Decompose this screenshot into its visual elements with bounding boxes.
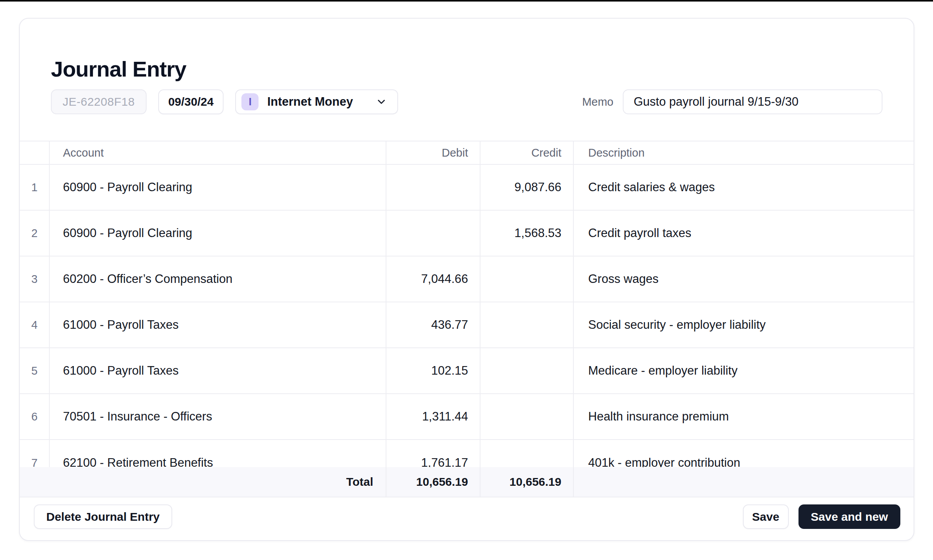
description-cell[interactable]: Gross wages — [574, 256, 914, 302]
description-cell[interactable]: Credit salaries & wages — [574, 165, 914, 210]
account-cell[interactable]: 60900 - Payroll Clearing — [50, 165, 386, 210]
total-credit: 10,656.19 — [480, 467, 574, 497]
table-row: 6 70501 - Insurance - Officers 1,311.44 … — [20, 394, 914, 440]
header-row-number — [20, 141, 50, 164]
entity-name: Internet Money — [267, 95, 353, 109]
description-cell[interactable]: Health insurance premium — [574, 394, 914, 439]
header-description: Description — [574, 141, 914, 164]
journal-entry-card: Journal Entry JE-62208F18 09/30/24 I Int… — [19, 18, 914, 541]
table-header-row: Account Debit Credit Description — [20, 141, 914, 165]
table-row: 7 62100 - Retirement Benefits 1,761.17 4… — [20, 440, 914, 467]
table-row: 3 60200 - Officer’s Compensation 7,044.6… — [20, 256, 914, 302]
debit-cell[interactable] — [386, 165, 480, 210]
credit-cell[interactable] — [480, 348, 574, 393]
row-number-cell: 1 — [20, 165, 50, 210]
credit-cell[interactable]: 9,087.66 — [480, 165, 574, 210]
row-number-cell: 6 — [20, 394, 50, 439]
account-cell[interactable]: 61000 - Payroll Taxes — [50, 302, 386, 347]
save-and-new-button[interactable]: Save and new — [798, 504, 900, 529]
account-cell[interactable]: 62100 - Retirement Benefits — [50, 440, 386, 467]
table-row: 4 61000 - Payroll Taxes 436.77 Social se… — [20, 302, 914, 348]
entity-dropdown[interactable]: I Internet Money — [235, 89, 398, 114]
description-cell[interactable]: Medicare - employer liability — [574, 348, 914, 393]
credit-cell[interactable]: 1,568.53 — [480, 211, 574, 256]
row-number-cell: 7 — [20, 440, 50, 467]
header-account: Account — [50, 141, 386, 164]
row-number-cell: 3 — [20, 256, 50, 302]
debit-cell[interactable]: 436.77 — [386, 302, 480, 347]
window-top-edge — [0, 0, 933, 2]
footer-actions: Delete Journal Entry Save Save and new — [20, 497, 914, 529]
debit-cell[interactable]: 7,044.66 — [386, 256, 480, 302]
memo-group: Memo — [582, 89, 882, 114]
account-cell[interactable]: 60200 - Officer’s Compensation — [50, 256, 386, 302]
chevron-down-icon — [376, 96, 387, 108]
description-cell[interactable]: Credit payroll taxes — [574, 211, 914, 256]
total-debit: 10,656.19 — [386, 467, 480, 497]
description-cell[interactable]: 401k - employer contribution — [574, 440, 914, 467]
credit-cell[interactable] — [480, 302, 574, 347]
meta-row: JE-62208F18 09/30/24 I Internet Money Me… — [51, 89, 882, 114]
debit-cell[interactable]: 102.15 — [386, 348, 480, 393]
entity-avatar: I — [241, 93, 259, 110]
total-description-spacer — [574, 467, 914, 497]
journal-entry-table: Account Debit Credit Description 1 60900… — [20, 141, 914, 497]
debit-cell[interactable]: 1,311.44 — [386, 394, 480, 439]
account-cell[interactable]: 61000 - Payroll Taxes — [50, 348, 386, 393]
entry-id-badge: JE-62208F18 — [51, 89, 147, 114]
table-body: 1 60900 - Payroll Clearing 9,087.66 Cred… — [20, 165, 914, 467]
row-number-cell: 4 — [20, 302, 50, 347]
save-button[interactable]: Save — [743, 504, 789, 529]
total-label: Total — [20, 467, 386, 497]
table-row: 2 60900 - Payroll Clearing 1,568.53 Cred… — [20, 211, 914, 256]
clipped-row-viewport: 7 62100 - Retirement Benefits 1,761.17 4… — [20, 440, 914, 467]
credit-cell[interactable] — [480, 394, 574, 439]
date-picker-button[interactable]: 09/30/24 — [158, 89, 224, 114]
debit-cell[interactable]: 1,761.17 — [386, 440, 480, 467]
row-number-cell: 5 — [20, 348, 50, 393]
credit-cell[interactable] — [480, 256, 574, 302]
table-row: 1 60900 - Payroll Clearing 9,087.66 Cred… — [20, 165, 914, 211]
account-cell[interactable]: 60900 - Payroll Clearing — [50, 211, 386, 256]
memo-label: Memo — [582, 96, 613, 108]
account-cell[interactable]: 70501 - Insurance - Officers — [50, 394, 386, 439]
credit-cell[interactable] — [480, 440, 574, 467]
memo-input[interactable] — [623, 89, 882, 114]
description-cell[interactable]: Social security - employer liability — [574, 302, 914, 347]
page-title: Journal Entry — [51, 56, 882, 82]
total-row: Total 10,656.19 10,656.19 — [20, 467, 914, 497]
delete-journal-entry-button[interactable]: Delete Journal Entry — [34, 504, 172, 529]
debit-cell[interactable] — [386, 211, 480, 256]
row-number-cell: 2 — [20, 211, 50, 256]
card-header: Journal Entry JE-62208F18 09/30/24 I Int… — [20, 19, 914, 114]
table-row: 5 61000 - Payroll Taxes 102.15 Medicare … — [20, 348, 914, 394]
header-credit: Credit — [480, 141, 574, 164]
header-debit: Debit — [386, 141, 480, 164]
